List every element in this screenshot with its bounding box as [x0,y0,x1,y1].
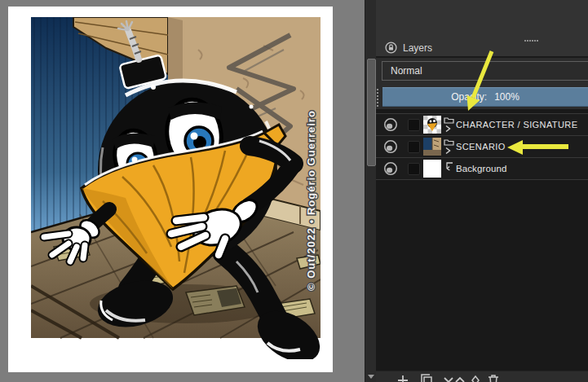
toolbar-grip-handle[interactable] [376,88,379,108]
cut-icon[interactable] [376,373,388,382]
layer-name[interactable]: SCENARIO [456,142,506,151]
opacity-slider[interactable]: Opacity: 100% [382,87,588,107]
docker-title: Layers [403,42,432,54]
blend-mode-select[interactable]: Normal [382,61,588,81]
visibility-eye-icon[interactable] [382,117,399,132]
scrollbar-down-arrow-icon[interactable] [366,371,376,381]
move-layer-up-icon[interactable] [453,373,467,382]
add-layer-plus-icon[interactable] [396,373,410,382]
scrollbar-thumb[interactable] [367,59,376,166]
layer-name[interactable]: CHARACTER / SIGNATURE [456,120,577,130]
layer-property-box[interactable] [408,119,420,131]
docker-drag-handle-icon[interactable] [524,40,538,42]
layer-properties-icon[interactable] [468,373,483,382]
layer-row-background[interactable]: Background [376,158,588,180]
layer-thumbnail-scenario[interactable] [423,138,441,156]
delete-layer-trash-icon[interactable] [486,373,501,382]
layer-actions-toolbar [376,371,588,382]
layer-property-box[interactable] [408,163,420,175]
layers-docker: Layers Normal Opacity: 100% [376,0,588,382]
layer-list: CHARACTER / SIGNATURE [376,109,588,371]
layer-row-character-signature[interactable]: CHARACTER / SIGNATURE [376,114,588,136]
group-folder-icon[interactable] [444,116,454,134]
layer-name[interactable]: Background [456,164,506,173]
artwork-signature: © Out/2022 • Rogério Guerreiro [305,110,317,291]
lock-icon[interactable] [385,42,397,54]
krita-window: © Out/2022 • Rogério Guerreiro Layers [0,0,588,382]
canvas-page[interactable]: © Out/2022 • Rogério Guerreiro [8,7,333,372]
opacity-label: Opacity: [451,91,487,103]
layer-row-scenario[interactable]: SCENARIO [376,136,588,158]
layer-thumbnail-background[interactable] [423,160,441,178]
docker-titlebar: Layers [376,0,588,58]
visibility-eye-icon[interactable] [382,161,399,176]
opacity-value: 100% [494,91,519,103]
group-folder-icon[interactable] [444,138,454,156]
blend-mode-value: Normal [391,65,422,77]
visibility-eye-icon[interactable] [382,139,399,154]
duplicate-layer-icon[interactable] [419,373,434,382]
paint-layer-hook-icon [444,160,454,178]
layer-thumbnail-character[interactable] [423,116,441,134]
canvas-vertical-scrollbar[interactable] [365,0,376,382]
artwork-canvas[interactable]: © Out/2022 • Rogério Guerreiro [31,17,321,359]
layer-property-box[interactable] [408,141,420,153]
